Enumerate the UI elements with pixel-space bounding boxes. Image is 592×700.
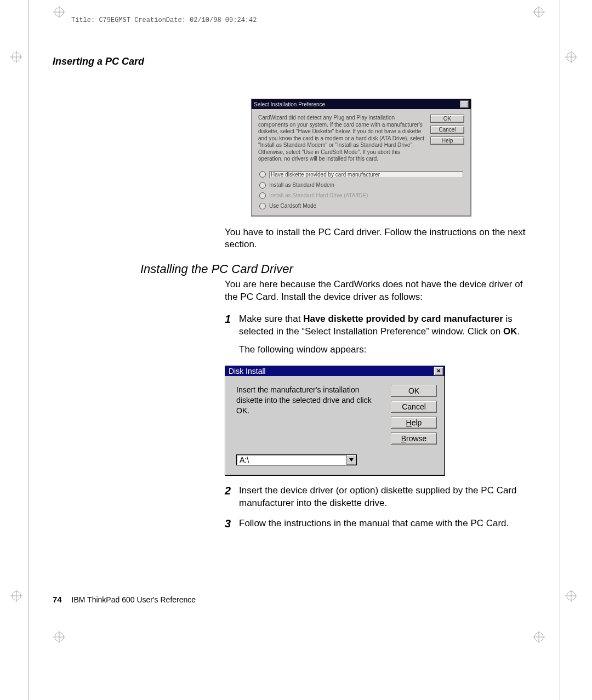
body-text: You have to install the PC Card driver. … bbox=[225, 226, 532, 252]
crop-mark bbox=[53, 5, 66, 19]
crop-mark bbox=[532, 630, 545, 644]
radio-icon bbox=[259, 192, 266, 199]
body-text: You are here because the CardWorks does … bbox=[225, 278, 532, 304]
radio-standard-modem[interactable]: Install as Standard Modem bbox=[259, 182, 463, 189]
dialog-instructions: CardWizard did not detect any Plug and P… bbox=[258, 115, 425, 163]
close-icon[interactable]: ✕ bbox=[434, 367, 443, 375]
step-number: 2 bbox=[225, 483, 231, 498]
radio-cardsoft-mode[interactable]: Use Cardsoft Mode bbox=[259, 203, 463, 209]
dialog-title: Disk Install bbox=[229, 367, 266, 375]
crop-mark bbox=[10, 589, 23, 602]
radio-icon bbox=[259, 171, 266, 178]
help-button[interactable]: Help bbox=[430, 136, 464, 145]
radio-label: Use Cardsoft Mode bbox=[269, 203, 316, 209]
svg-marker-24 bbox=[349, 458, 354, 462]
radio-label: Have diskette provided by card manufactu… bbox=[269, 171, 463, 178]
drive-value: A:\ bbox=[236, 454, 346, 465]
dialog-message: Insert the manufacturer's installation d… bbox=[236, 385, 382, 445]
radio-have-diskette[interactable]: Have diskette provided by card manufactu… bbox=[259, 171, 463, 178]
step-2: 2 Insert the device driver (or option) d… bbox=[225, 485, 532, 510]
radio-label: Install as Standard Modem bbox=[269, 182, 334, 188]
help-button[interactable]: Help bbox=[391, 417, 437, 429]
crop-mark bbox=[53, 630, 66, 644]
dialog-title: Select Installation Preference bbox=[254, 101, 325, 107]
crop-mark bbox=[565, 589, 578, 602]
dialog-titlebar: Select Installation Preference × bbox=[252, 99, 471, 109]
radio-icon bbox=[259, 203, 266, 209]
radio-icon bbox=[259, 182, 266, 189]
crop-mark bbox=[532, 5, 545, 19]
page-footer: 74 IBM ThinkPad 600 User's Reference bbox=[53, 595, 196, 604]
drive-select[interactable]: A:\ bbox=[236, 454, 357, 465]
disk-install-dialog: Disk Install ✕ Insert the manufacturer's… bbox=[225, 366, 445, 476]
section-heading: Installing the PC Card Driver bbox=[140, 262, 532, 276]
step-1: 1 Make sure that Have diskette provided … bbox=[225, 313, 532, 356]
browse-button[interactable]: Browse bbox=[391, 432, 437, 445]
cancel-button[interactable]: Cancel bbox=[430, 126, 464, 134]
step-text: Make sure that Have diskette provided by… bbox=[239, 314, 520, 337]
crop-vline-right bbox=[560, 0, 560, 700]
crop-vline-left bbox=[28, 0, 29, 700]
crop-mark bbox=[10, 50, 23, 64]
step-note: The following window appears: bbox=[239, 344, 532, 356]
step-number: 3 bbox=[225, 516, 231, 531]
crop-mark bbox=[565, 50, 578, 64]
book-title: IBM ThinkPad 600 User's Reference bbox=[72, 595, 196, 604]
step-number: 1 bbox=[225, 312, 231, 327]
step-text: Insert the device driver (or option) dis… bbox=[239, 485, 516, 508]
dialog-titlebar: Disk Install ✕ bbox=[225, 366, 445, 376]
cancel-button[interactable]: Cancel bbox=[391, 401, 437, 413]
page-number: 74 bbox=[53, 595, 62, 604]
ok-button[interactable]: OK bbox=[430, 115, 464, 123]
step-3: 3 Follow the instructions in the manual … bbox=[225, 517, 532, 530]
radio-standard-hard-drive: Install as Standard Hard Drive (ATA/IDE) bbox=[259, 192, 463, 199]
select-installation-preference-dialog: Select Installation Preference × CardWiz… bbox=[251, 99, 471, 217]
radio-label: Install as Standard Hard Drive (ATA/IDE) bbox=[269, 192, 368, 198]
step-text: Follow the instructions in the manual th… bbox=[239, 518, 509, 528]
running-head: Inserting a PC Card bbox=[53, 56, 144, 67]
close-icon[interactable]: × bbox=[460, 100, 469, 108]
meta-header: Title: C79EGMST CreationDate: 02/10/98 0… bbox=[71, 16, 257, 24]
ok-button[interactable]: OK bbox=[391, 385, 437, 397]
chevron-down-icon[interactable] bbox=[346, 454, 357, 465]
